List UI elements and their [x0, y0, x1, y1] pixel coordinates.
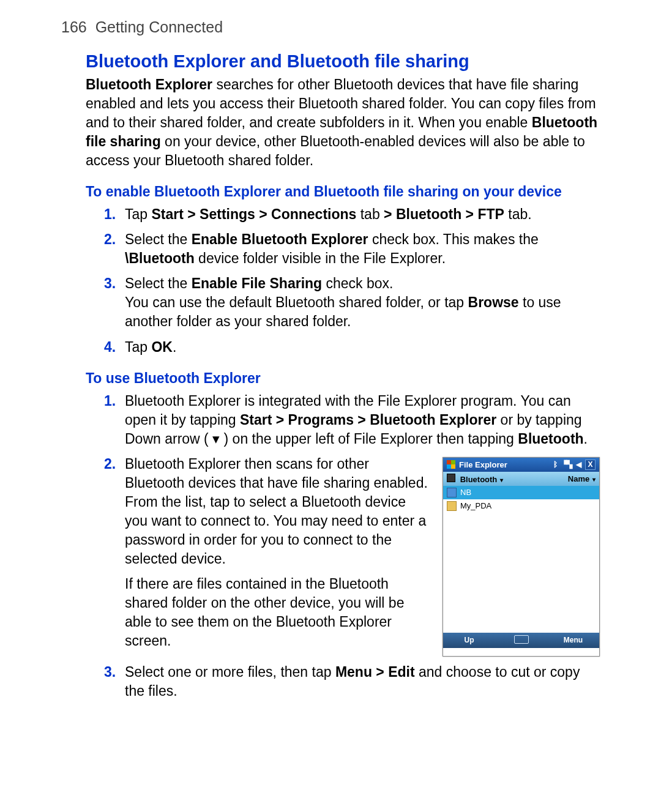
list-item-label: NB: [460, 488, 471, 497]
use-step-1: Bluetooth Explorer is integrated with th…: [86, 392, 600, 449]
device-footer: Up Menu: [443, 633, 599, 648]
pc-icon: [447, 488, 457, 497]
volume-icon: ◀: [576, 460, 581, 469]
list-item-label: My_PDA: [460, 501, 491, 510]
intro-paragraph: Bluetooth Explorer searches for other Bl…: [86, 75, 600, 170]
chevron-down-icon: ▾: [498, 477, 503, 483]
subsection-title-use: To use Bluetooth Explorer: [86, 370, 624, 387]
folder-icon: [447, 501, 457, 511]
drive-icon: [447, 474, 455, 482]
step-2: Select the Enable Bluetooth Explorer che…: [86, 230, 600, 268]
chevron-down-icon: ▾: [591, 476, 596, 483]
keyboard-button[interactable]: [495, 635, 547, 646]
step-3: Select the Enable File Sharing check box…: [86, 274, 600, 331]
device-title-bar: File Explorer ᛒ ▝▚ ◀ X: [443, 458, 599, 472]
list-item[interactable]: My_PDA: [443, 499, 599, 513]
section-title: Bluetooth Explorer and Bluetooth file sh…: [86, 51, 624, 72]
status-icons: ᛒ ▝▚ ◀ X: [553, 460, 596, 470]
signal-icon: ▝▚: [561, 460, 572, 469]
device-toolbar: Bluetooth ▾ Name ▾: [443, 472, 599, 486]
down-arrow-icon: ▾: [212, 431, 220, 447]
text-column: Bluetooth Explorer then scans for other …: [86, 455, 430, 657]
page-number: 166: [61, 18, 87, 35]
up-button[interactable]: Up: [443, 636, 495, 644]
use-step-3: Select one or more files, then tap Menu …: [86, 663, 600, 701]
steps-enable: Tap Start > Settings > Connections tab >…: [86, 205, 600, 356]
step-1: Tap Start > Settings > Connections tab >…: [86, 205, 600, 224]
document-page: 166 Getting Connected Bluetooth Explorer…: [0, 0, 661, 743]
sort-dropdown[interactable]: Name ▾: [568, 474, 596, 483]
steps-use-3: Select one or more files, then tap Menu …: [86, 663, 600, 701]
keyboard-icon: [514, 635, 529, 644]
close-button[interactable]: X: [585, 460, 596, 470]
folder-dropdown[interactable]: Bluetooth ▾: [447, 474, 503, 484]
subsection-title-enable: To enable Bluetooth Explorer and Bluetoo…: [86, 184, 624, 200]
list-item[interactable]: NB: [443, 486, 599, 499]
device-screenshot: File Explorer ᛒ ▝▚ ◀ X Bluetooth ▾ Name …: [443, 457, 600, 657]
use-step-2: Bluetooth Explorer then scans for other …: [86, 455, 430, 568]
step-with-screenshot-row: Bluetooth Explorer then scans for other …: [86, 455, 600, 657]
chapter-title: Getting Connected: [95, 18, 223, 35]
menu-button[interactable]: Menu: [547, 636, 599, 644]
device-file-list[interactable]: NB My_PDA: [443, 486, 599, 633]
device-app-title: File Explorer: [459, 460, 507, 469]
intro-bold-1: Bluetooth Explorer: [86, 76, 212, 92]
bluetooth-status-icon: ᛒ: [553, 460, 558, 469]
start-icon[interactable]: [447, 460, 455, 469]
use-step-2-extra: If there are files contained in the Blue…: [86, 575, 430, 650]
step-4: Tap OK.: [86, 338, 600, 357]
page-header: 166 Getting Connected: [61, 18, 624, 36]
steps-use-1: Bluetooth Explorer is integrated with th…: [86, 392, 600, 449]
